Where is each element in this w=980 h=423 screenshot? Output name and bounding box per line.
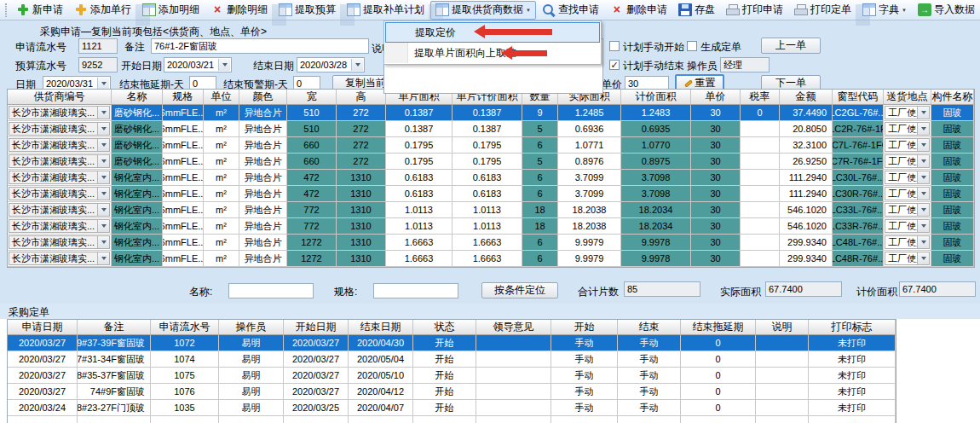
cell-9[interactable]: 18: [522, 218, 558, 235]
cell-8[interactable]: 0.6183: [453, 170, 522, 186]
cell-16[interactable]: 工厂使用: [884, 154, 931, 170]
cell-5[interactable]: 510: [287, 105, 337, 121]
cell-4[interactable]: 异地合片: [239, 202, 287, 218]
column-header[interactable]: 送货地点: [884, 90, 931, 105]
cell-7[interactable]: [476, 368, 551, 384]
cell-combobox[interactable]: 长沙市潇湘玻璃实...: [9, 219, 110, 233]
cell-8[interactable]: 手动: [551, 351, 618, 368]
cell-2[interactable]: 6mmFLE...: [163, 154, 204, 170]
cell-1[interactable]: 钢化室内...: [112, 202, 163, 218]
cell-3[interactable]: 易明: [219, 384, 284, 400]
cell-6[interactable]: 272: [337, 137, 386, 154]
cell-1[interactable]: 磨砂钢化...: [112, 105, 163, 121]
cell-0[interactable]: 2020/03/24: [8, 400, 78, 416]
cell-10[interactable]: 9.9979: [558, 235, 621, 251]
cell-15[interactable]: LC33R-76#...: [833, 218, 884, 235]
cell-3[interactable]: m²: [204, 154, 239, 170]
cell-5[interactable]: 772: [287, 218, 337, 235]
cell-1[interactable]: 磨砂钢化...: [112, 137, 163, 154]
column-header[interactable]: 领导意见: [476, 320, 551, 335]
column-header[interactable]: 申请日期: [8, 320, 78, 335]
cell-16[interactable]: 工厂使用: [884, 137, 931, 154]
cell-0[interactable]: 长沙市潇湘玻璃实...: [8, 235, 112, 251]
toolbar-button-save[interactable]: 存盘: [673, 1, 720, 20]
chevron-down-icon[interactable]: [351, 59, 363, 71]
cell-6[interactable]: 开始: [413, 351, 476, 368]
cell-11[interactable]: [756, 400, 809, 416]
column-header[interactable]: 操作员: [219, 320, 284, 335]
cell-7[interactable]: [476, 335, 551, 351]
remark-field[interactable]: [151, 38, 369, 54]
request-no-field[interactable]: [78, 38, 118, 54]
column-header[interactable]: 计价面积: [621, 90, 691, 105]
cell-10[interactable]: 3.7099: [558, 186, 621, 202]
cell-combobox[interactable]: 长沙市潇湘玻璃实...: [9, 171, 110, 184]
cell-10[interactable]: 1.2485: [558, 105, 621, 121]
cell-11[interactable]: 1.0770: [621, 137, 691, 154]
cell-0[interactable]: 长沙市潇湘玻璃实...: [8, 218, 112, 235]
cell-13[interactable]: [741, 251, 780, 267]
cell-15[interactable]: LC48R-76#...: [833, 251, 884, 267]
prev-order-button[interactable]: 上一单: [761, 38, 821, 54]
cell-12[interactable]: 30: [691, 170, 741, 186]
toolbar-button-find-request[interactable]: 查找申请: [537, 1, 604, 20]
cell-17[interactable]: 固玻: [931, 186, 974, 202]
table-row[interactable]: 2020/03/2488#23-27F门顶玻1035易明2020/03/2520…: [8, 400, 896, 416]
column-header[interactable]: 申请流水号: [151, 320, 219, 335]
cell-7[interactable]: 1.0113: [386, 202, 453, 218]
cell-12[interactable]: 30: [691, 202, 741, 218]
cell-6[interactable]: 开始: [413, 335, 476, 351]
cell-9[interactable]: 6: [522, 170, 558, 186]
cell-7[interactable]: 0.1795: [386, 154, 453, 170]
cell-1[interactable]: 钢化室内...: [112, 251, 163, 267]
cell-17[interactable]: 固玻: [931, 121, 974, 137]
cell-5[interactable]: 2020/05/10: [349, 368, 413, 384]
cell-3[interactable]: m²: [204, 137, 239, 154]
cell-11[interactable]: [756, 351, 809, 368]
table-row[interactable]: 2020/03/2774#9F窗固玻1076易明2020/03/272020/0…: [8, 384, 896, 400]
priced-area-field[interactable]: [899, 281, 976, 297]
cell-17[interactable]: 固玻: [931, 137, 974, 154]
cell-6[interactable]: 开始: [413, 368, 476, 384]
cell-16[interactable]: 工厂使用: [884, 235, 931, 251]
cell-10[interactable]: 0.8976: [558, 154, 621, 170]
cell-13[interactable]: [741, 170, 780, 186]
generate-order-checkbox[interactable]: [687, 41, 697, 51]
table-row[interactable]: 2020/03/2789#37-39F窗固玻1072易明2020/03/2720…: [8, 335, 896, 351]
cell-3[interactable]: 易明: [219, 400, 284, 416]
cell-13[interactable]: [741, 202, 780, 218]
cell-15[interactable]: LC7R-76#-1FO: [833, 154, 884, 170]
cell-16[interactable]: 工厂使用: [884, 186, 931, 202]
cell-10[interactable]: 0: [681, 384, 756, 400]
cell-0[interactable]: 长沙市潇湘玻璃实...: [8, 202, 112, 218]
cell-1[interactable]: 87#31-34F窗固玻: [78, 351, 151, 368]
cell-4[interactable]: 异地合片: [239, 186, 287, 202]
cell-6[interactable]: 272: [337, 121, 386, 137]
cell-3[interactable]: m²: [204, 121, 239, 137]
dropdown-arrow-icon[interactable]: [97, 220, 109, 232]
chevron-down-icon[interactable]: [218, 59, 230, 71]
dropdown-arrow-icon[interactable]: [917, 139, 929, 151]
cell-9[interactable]: 18: [522, 202, 558, 218]
cell-2[interactable]: 6mmFLE...: [163, 186, 204, 202]
dropdown-arrow-icon[interactable]: [97, 252, 109, 264]
cell-7[interactable]: [476, 400, 551, 416]
dropdown-arrow-icon[interactable]: [917, 220, 929, 232]
column-header[interactable]: 状态: [413, 320, 476, 335]
cell-6[interactable]: 1310: [337, 218, 386, 235]
cell-2[interactable]: 6mmFLE...: [163, 235, 204, 251]
cell-7[interactable]: 0.1795: [386, 137, 453, 154]
cell-11[interactable]: 18.2034: [621, 202, 691, 218]
cell-10[interactable]: 0: [681, 335, 756, 351]
cell-2[interactable]: 6mmFLE...: [163, 137, 204, 154]
cell-11[interactable]: 1.2483: [621, 105, 691, 121]
column-header[interactable]: 高: [337, 90, 386, 105]
dropdown-arrow-icon[interactable]: [917, 123, 929, 135]
cell-1[interactable]: 钢化室内...: [112, 186, 163, 202]
cell-6[interactable]: 272: [337, 154, 386, 170]
cell-7[interactable]: [476, 384, 551, 400]
cell-17[interactable]: 固玻: [931, 202, 974, 218]
cell-12[interactable]: 30: [691, 137, 741, 154]
cell-11[interactable]: [756, 335, 809, 351]
cell-11[interactable]: 3.7098: [621, 186, 691, 202]
